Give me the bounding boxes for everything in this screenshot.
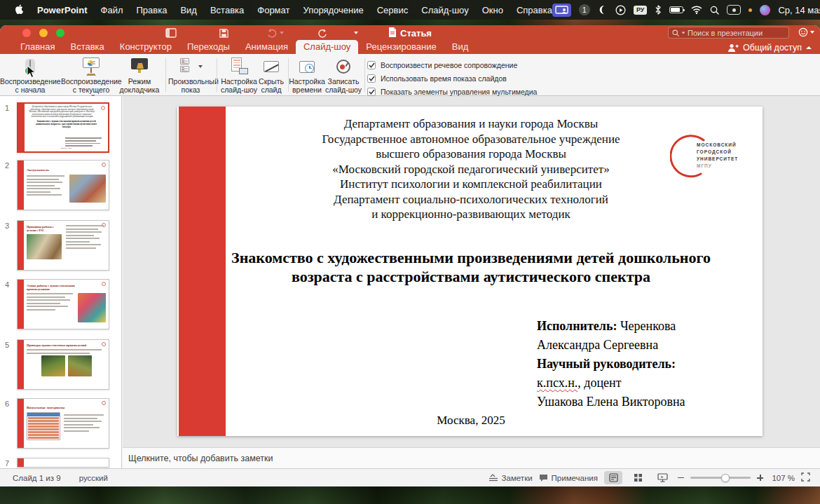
ribbon-group-separator xyxy=(217,58,217,92)
advisor-label: Научный руководитель: xyxy=(537,355,713,374)
thumbnail-row-3: 3 Принципы работы с детьми с РАС xyxy=(0,220,122,276)
tab-design[interactable]: Конструктор xyxy=(112,40,179,54)
slide-2-thumbnail[interactable]: Актуальность xyxy=(17,160,109,210)
screen-sharing-icon[interactable] xyxy=(552,4,571,17)
mini-fairytale-image-1 xyxy=(41,355,65,376)
mini-slide-title: Принципы работы с детьми с РАС xyxy=(27,225,63,232)
presenter-view-button[interactable]: Режимдокладчика xyxy=(118,56,161,94)
slide-number: 5 xyxy=(5,341,9,349)
zoom-out-button[interactable] xyxy=(678,477,684,479)
slide-3-thumbnail[interactable]: Принципы работы с детьми с РАС xyxy=(17,220,109,271)
tab-animations[interactable]: Анимация xyxy=(238,40,296,54)
slide-1-editor[interactable]: Департамент образования и науки города М… xyxy=(177,107,763,436)
mini-photo-therapy xyxy=(27,234,62,259)
notes-placeholder: Щелкните, чтобы добавить заметки xyxy=(128,454,273,463)
tab-home[interactable]: Главная xyxy=(13,40,62,54)
mini-header-text: Департамент образования и науки города М… xyxy=(27,105,105,118)
mgpu-university-logo: МОСКОВСКИЙ ГОРОДСКОЙ УНИВЕРСИТЕТ МГПУ xyxy=(670,133,740,184)
feedback-smiley-button[interactable] xyxy=(798,27,814,37)
menu-item-insert[interactable]: Вставка xyxy=(210,5,244,15)
fit-slide-to-window-button[interactable] xyxy=(801,472,810,483)
menu-app-name[interactable]: PowerPoint xyxy=(37,5,88,15)
play-from-current-slide-button[interactable]: Воспроизведениес текущего слайда xyxy=(61,56,121,102)
share-button-label: Общий доступ xyxy=(743,43,802,53)
recording-indicator-dot xyxy=(749,8,752,12)
document-title: Статья xyxy=(400,28,432,39)
menu-item-arrange[interactable]: Упорядочение xyxy=(303,5,363,15)
menu-item-edit[interactable]: Правка xyxy=(136,5,167,15)
zoom-level[interactable]: 107 % xyxy=(770,474,795,482)
zoom-in-button[interactable] xyxy=(757,475,763,481)
menu-bar-clock[interactable]: Ср, 14 мая 11:57 xyxy=(778,5,820,15)
normal-view-button[interactable] xyxy=(604,471,622,484)
menu-item-format[interactable]: Формат xyxy=(257,5,289,15)
search-input[interactable] xyxy=(688,29,779,37)
tab-transitions[interactable]: Переходы xyxy=(179,40,238,54)
slide-institution-header[interactable]: Департамент образования и науки города М… xyxy=(226,116,716,222)
ribbon-group-separator xyxy=(165,58,166,92)
menu-item-file[interactable]: Файл xyxy=(101,5,123,15)
keyboard-input-source[interactable]: РУ xyxy=(634,6,647,15)
battery-icon[interactable] xyxy=(669,6,683,13)
slideshow-view-button[interactable] xyxy=(653,471,671,484)
zoom-slider[interactable] xyxy=(690,477,751,479)
hide-slide-button[interactable]: Скрытьслайд xyxy=(257,56,286,94)
thumbnail-row-1: 1 Департамент образования и науки города… xyxy=(0,102,122,158)
checkbox-checked-icon xyxy=(367,61,376,69)
slideshow-options-group: Воспроизвести речевое сопровождение Испо… xyxy=(367,58,537,98)
mini-text-lines xyxy=(27,349,106,354)
menu-item-slideshow[interactable]: Слайд-шоу xyxy=(421,5,468,15)
tab-review[interactable]: Рецензирование xyxy=(358,40,444,54)
record-slideshow-button[interactable]: Записатьслайд-шоу xyxy=(324,56,363,94)
menu-item-window[interactable]: Окно xyxy=(482,5,503,15)
wifi-icon[interactable] xyxy=(691,6,702,14)
tab-view[interactable]: Вид xyxy=(444,40,477,54)
mini-title-text: Знакомство с художественными произведени… xyxy=(27,120,105,128)
slide-6-thumbnail[interactable]: Визуальные материалы xyxy=(17,398,109,449)
slide-number: 4 xyxy=(5,280,9,289)
screen-record-icon[interactable] xyxy=(727,5,741,15)
comments-toggle-button[interactable]: Примечания xyxy=(539,474,598,482)
mini-illustration-reading xyxy=(78,293,106,322)
search-scope-chevron-icon[interactable] xyxy=(682,32,685,34)
slide-5-thumbnail[interactable]: Примеры художественных произведений xyxy=(17,339,109,390)
slide-7-thumbnail-partial[interactable] xyxy=(17,458,109,468)
powerpoint-window: Статья Главная Вставка Конструктор Перех… xyxy=(0,25,820,486)
bluetooth-icon[interactable] xyxy=(655,5,662,15)
siri-icon[interactable] xyxy=(760,5,770,15)
slide-authors-block[interactable]: Исполнитель: Черенкова Александра Сергее… xyxy=(537,317,713,411)
checkbox-use-timings[interactable]: Использовать время показа слайдов xyxy=(367,71,537,85)
play-circle-icon[interactable] xyxy=(615,5,626,15)
mini-photo-children xyxy=(69,175,106,203)
menu-item-view[interactable]: Вид xyxy=(180,5,197,15)
slide-counter: Слайд 1 из 9 xyxy=(13,474,61,482)
notification-badge-icon[interactable]: 1 xyxy=(579,4,590,15)
zoom-slider-knob[interactable] xyxy=(721,474,730,482)
rehearse-timings-button[interactable]: Настройкавремени xyxy=(287,56,327,94)
checkbox-play-narrations[interactable]: Воспроизвести речевое сопровождение xyxy=(367,58,537,71)
slide-main-title[interactable]: Знакомство с художественными произведени… xyxy=(226,248,716,286)
notes-pane[interactable]: Щелкните, чтобы добавить заметки xyxy=(123,447,820,468)
search-field[interactable] xyxy=(668,27,789,39)
window-title-bar: Статья xyxy=(0,25,820,41)
do-not-disturb-moon-icon[interactable] xyxy=(598,5,608,15)
slide-4-thumbnail[interactable]: Этапы работы с художественными произведе… xyxy=(17,279,109,329)
menu-item-tools[interactable]: Сервис xyxy=(377,5,409,15)
apple-menu-icon[interactable] xyxy=(14,4,24,15)
tab-insert[interactable]: Вставка xyxy=(62,40,111,54)
spotlight-search-icon[interactable] xyxy=(710,6,719,15)
slide-city-year[interactable]: Москва, 2025 xyxy=(226,414,716,428)
thumbnail-row-6: 6 Визуальные материалы xyxy=(0,398,122,454)
notes-toggle-button[interactable]: Заметки xyxy=(488,474,533,482)
thumbnail-row-2: 2 Актуальность xyxy=(0,160,122,216)
menu-item-help[interactable]: Справка xyxy=(517,5,552,15)
language-indicator[interactable]: русский xyxy=(79,474,108,482)
custom-show-button[interactable]: Произвольныйпоказ xyxy=(168,56,213,94)
set-up-slideshow-button[interactable]: Настройкаслайд-шоу xyxy=(219,56,259,94)
checkbox-checked-icon xyxy=(367,74,376,83)
tab-slideshow-active[interactable]: Слайд-шоу xyxy=(296,40,358,54)
mini-text-lines xyxy=(64,412,106,440)
slide-1-thumbnail-selected[interactable]: Департамент образования и науки города М… xyxy=(17,102,109,153)
slide-sorter-view-button[interactable] xyxy=(629,471,647,484)
share-button[interactable]: Общий доступ xyxy=(727,43,812,53)
